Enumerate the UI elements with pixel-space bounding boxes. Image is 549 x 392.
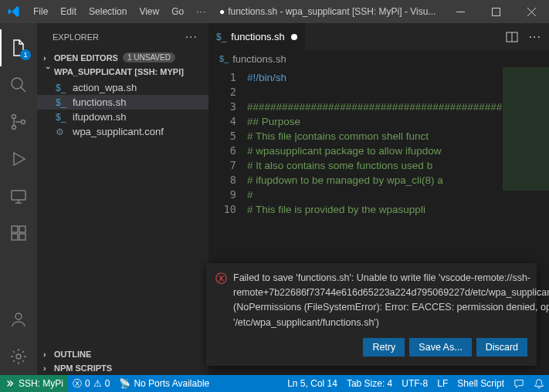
maximize-button[interactable] [478, 0, 513, 23]
cursor-position[interactable]: Ln 5, Col 14 [283, 375, 342, 392]
title-bar: File Edit Selection View Go ··· ●functio… [0, 0, 549, 23]
accounts-icon[interactable] [0, 301, 37, 338]
shell-file-icon: $_ [216, 32, 226, 42]
remote-explorer-icon[interactable] [0, 177, 37, 215]
menu-selection[interactable]: Selection [83, 6, 133, 17]
unsaved-badge: 1 UNSAVED [123, 52, 175, 63]
save-as-button[interactable]: Save As... [409, 338, 471, 357]
activity-bar: 1 [0, 23, 37, 375]
breadcrumb[interactable]: $_ functions.sh [208, 50, 549, 67]
menu-edit[interactable]: Edit [54, 6, 83, 17]
editor-tab[interactable]: $_ functions.sh [208, 23, 305, 50]
chevron-right-icon: › [43, 350, 54, 359]
chevron-right-icon: › [43, 363, 54, 373]
error-notification: ⓧ Failed to save 'functions.sh': Unable … [206, 263, 537, 367]
svg-point-4 [22, 120, 25, 124]
radio-tower-icon: 📡 [119, 378, 130, 389]
run-debug-icon[interactable] [0, 140, 37, 177]
sidebar-title: EXPLORER [53, 32, 99, 42]
file-item[interactable]: ⚙wpa_supplicant.conf [37, 124, 208, 139]
error-count-icon: ⓧ [73, 377, 82, 390]
bell-icon[interactable] [529, 375, 549, 392]
menu-view[interactable]: View [133, 6, 165, 17]
file-item[interactable]: $_ifupdown.sh [37, 110, 208, 124]
menu-go[interactable]: Go [165, 6, 190, 17]
extensions-icon[interactable] [0, 215, 37, 252]
search-icon[interactable] [0, 66, 37, 103]
file-tree: $_action_wpa.sh $_functions.sh $_ifupdow… [37, 79, 208, 140]
svg-point-10 [15, 313, 22, 319]
menu-overflow[interactable]: ··· [190, 6, 212, 17]
svg-rect-0 [492, 8, 500, 15]
svg-point-11 [16, 354, 21, 359]
encoding[interactable]: UTF-8 [397, 375, 432, 392]
shell-file-icon: $_ [56, 112, 69, 123]
eol[interactable]: LF [432, 375, 452, 392]
svg-point-1 [12, 78, 22, 89]
tab-size[interactable]: Tab Size: 4 [342, 375, 397, 392]
svg-point-3 [12, 126, 16, 130]
file-item[interactable]: $_action_wpa.sh [37, 80, 208, 95]
source-control-icon[interactable] [0, 103, 37, 140]
retry-button[interactable]: Retry [363, 338, 405, 357]
shell-file-icon: $_ [56, 83, 69, 93]
window-title: ●functions.sh - wpa_supplicant [SSH: MyP… [212, 6, 442, 17]
ports-indicator[interactable]: 📡 No Ports Available [114, 375, 214, 392]
explorer-badge: 1 [20, 49, 31, 60]
svg-rect-9 [19, 226, 25, 232]
editor-tabs: $_ functions.sh ··· [208, 23, 549, 50]
shell-file-icon: $_ [56, 97, 69, 108]
folder-root-section[interactable]: › WPA_SUPPLICANT [SSH: MYPI] [37, 65, 208, 79]
open-editors-section[interactable]: › OPEN EDITORS 1 UNSAVED [37, 50, 208, 65]
language-mode[interactable]: Shell Script [452, 375, 509, 392]
split-editor-icon[interactable] [506, 31, 518, 43]
status-bar: SSH: MyPi ⓧ0 ⚠0 📡 No Ports Available Ln … [0, 375, 549, 392]
settings-gear-icon[interactable] [0, 338, 37, 375]
discard-button[interactable]: Discard [476, 338, 527, 357]
outline-section[interactable]: ›OUTLINE [37, 347, 208, 361]
dirty-indicator-icon: ● [219, 6, 225, 17]
svg-rect-6 [12, 226, 18, 232]
explorer-icon[interactable]: 1 [0, 29, 37, 66]
file-item[interactable]: $_functions.sh [37, 95, 208, 110]
svg-rect-7 [12, 234, 18, 240]
svg-point-2 [12, 115, 16, 119]
shell-file-icon: $_ [219, 54, 229, 63]
notification-message: Failed to save 'functions.sh': Unable to… [233, 271, 549, 331]
chevron-down-icon: › [44, 66, 53, 77]
explorer-sidebar: EXPLORER ··· › OPEN EDITORS 1 UNSAVED › … [37, 23, 208, 375]
vscode-logo-icon [0, 5, 27, 18]
dirty-dot-icon [291, 34, 297, 40]
svg-rect-8 [19, 234, 25, 240]
gear-file-icon: ⚙ [56, 127, 69, 137]
menu-bar: File Edit Selection View Go ··· [27, 6, 212, 17]
problems-indicator[interactable]: ⓧ0 ⚠0 [68, 375, 114, 392]
close-button[interactable] [513, 0, 549, 23]
warning-count-icon: ⚠ [93, 378, 102, 389]
remote-indicator[interactable]: SSH: MyPi [0, 375, 68, 392]
feedback-icon[interactable] [509, 375, 529, 392]
minimize-button[interactable] [442, 0, 478, 23]
error-icon: ⓧ [215, 272, 227, 286]
window-controls [442, 0, 549, 23]
chevron-right-icon: › [43, 53, 54, 63]
svg-rect-5 [12, 191, 25, 200]
sidebar-more-icon[interactable]: ··· [185, 30, 198, 44]
npm-scripts-section[interactable]: ›NPM SCRIPTS [37, 361, 208, 375]
editor-more-icon[interactable]: ··· [529, 30, 541, 44]
menu-file[interactable]: File [27, 6, 54, 17]
